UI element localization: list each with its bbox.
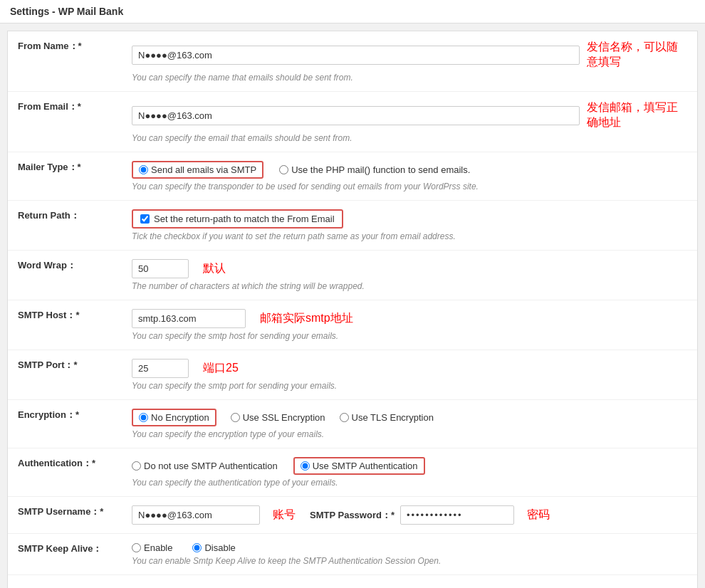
authentication-hint: You can specify the authentication type … (132, 478, 687, 488)
ka-enable-option[interactable]: Enable (132, 542, 172, 553)
encryption-hint: You can specify the encryption type of y… (132, 429, 687, 439)
smtp-keepalive-field: Enable Disable You can enable Smtp Keep … (122, 534, 697, 575)
settings-container: From Name：* N●●●●@163.com 发信名称，可以随意填写 Yo… (7, 31, 698, 588)
return-path-checkbox[interactable] (140, 214, 150, 224)
return-path-hint: Tick the checkbox if you want to set the… (132, 231, 687, 241)
smtp-keepalive-label: SMTP Keep Alive： (8, 534, 122, 575)
mailer-smtp-label: Send all emails via SMTP (151, 164, 256, 175)
auth-no-option[interactable]: Do not use SMTP Authentication (132, 461, 278, 471)
word-wrap-hint: The number of characters at which the st… (132, 281, 687, 291)
ka-enable-label: Enable (144, 542, 172, 553)
enc-ssl-option[interactable]: Use SSL Encryption (231, 412, 325, 423)
ka-disable-option[interactable]: Disable (192, 542, 235, 553)
smtp-port-field: 端口25 You can specify the smtp port for s… (122, 350, 697, 400)
return-path-field: Set the return-path to match the From Em… (122, 201, 697, 251)
smtp-port-hint: You can specify the smtp port for sendin… (132, 381, 687, 391)
ka-enable-radio[interactable] (132, 543, 141, 552)
from-email-hint: You can specify the email that emails sh… (132, 133, 687, 143)
word-wrap-field: 默认 The number of characters at which the… (122, 251, 697, 300)
word-wrap-input[interactable] (132, 259, 189, 278)
from-name-field: N●●●●@163.com 发信名称，可以随意填写 You can specif… (122, 31, 697, 92)
encryption-label: Encryption：* (8, 400, 122, 448)
return-path-checkbox-label: Set the return-path to match the From Em… (154, 214, 335, 224)
return-path-option[interactable]: Set the return-path to match the From Em… (132, 209, 343, 229)
enc-none-label: No Encryption (151, 412, 209, 423)
mailer-php-radio[interactable] (279, 165, 288, 174)
mailer-smtp-radio[interactable] (139, 165, 148, 174)
encryption-field: No Encryption Use SSL Encryption Use TLS… (122, 400, 697, 448)
from-email-field: N●●●●@163.com 发信邮箱，填写正确地址 You can specif… (122, 92, 697, 152)
page-title: Settings - WP Mail Bank (10, 6, 123, 17)
smtp-password-input[interactable] (400, 505, 514, 525)
enc-ssl-label: Use SSL Encryption (243, 412, 325, 423)
authentication-field: Do not use SMTP Authentication Use SMTP … (122, 448, 697, 497)
enc-tls-label: Use TLS Encryption (352, 412, 434, 423)
smtp-host-field: 邮箱实际smtp地址 You can specify the smtp host… (122, 300, 697, 350)
smtp-username-input[interactable] (132, 505, 260, 525)
from-email-input[interactable]: N●●●●@163.com (132, 106, 580, 125)
smtp-host-annotation: 邮箱实际smtp地址 (260, 311, 353, 326)
auth-no-label: Do not use SMTP Authentication (144, 461, 278, 471)
enc-none-radio[interactable] (139, 413, 148, 422)
smtp-password-inline-label: SMTP Password：* (310, 509, 395, 522)
from-email-label: From Email：* (8, 92, 122, 152)
page-title-bar: Settings - WP Mail Bank (0, 0, 705, 23)
save-row: Save Changes ← 保存 (122, 575, 697, 589)
from-email-annotation: 发信邮箱，填写正确地址 (587, 100, 687, 130)
enc-ssl-radio[interactable] (231, 413, 240, 422)
enc-none-option[interactable]: No Encryption (132, 409, 216, 426)
from-name-label: From Name：* (8, 31, 122, 92)
smtp-username-password-field: 账号 SMTP Password：* 密码 (122, 497, 697, 534)
smtp-port-input[interactable] (132, 359, 189, 378)
auth-yes-radio[interactable] (301, 461, 310, 471)
smtp-port-label: SMTP Port：* (8, 350, 122, 400)
mailer-type-label: Mailer Type：* (8, 152, 122, 201)
from-name-hint: You can specify the name that emails sho… (132, 73, 687, 83)
smtp-username-label: SMTP Username：* (8, 497, 122, 534)
from-name-annotation: 发信名称，可以随意填写 (587, 40, 687, 70)
smtp-host-label: SMTP Host：* (8, 300, 122, 350)
smtp-keepalive-hint: You can enable Smtp Keep Alive to keep t… (132, 556, 687, 566)
word-wrap-label: Word Wrap： (8, 251, 122, 300)
mailer-php-option[interactable]: Use the PHP mail() function to send emai… (279, 164, 470, 175)
ka-disable-label: Disable (204, 542, 235, 553)
mailer-type-hint: You can specify the transponder to be us… (132, 182, 687, 191)
from-name-input[interactable]: N●●●●@163.com (132, 46, 580, 65)
return-path-label: Return Path： (8, 201, 122, 251)
mailer-php-label: Use the PHP mail() function to send emai… (291, 164, 470, 175)
word-wrap-annotation: 默认 (203, 261, 226, 276)
smtp-username-annotation: 账号 (273, 508, 296, 523)
smtp-port-annotation: 端口25 (203, 361, 239, 376)
smtp-password-annotation: 密码 (527, 508, 550, 523)
enc-tls-radio[interactable] (340, 413, 349, 422)
smtp-host-input[interactable] (132, 309, 246, 328)
ka-disable-radio[interactable] (192, 543, 202, 552)
mailer-type-field: Send all emails via SMTP Use the PHP mai… (122, 152, 697, 201)
mailer-smtp-option[interactable]: Send all emails via SMTP (132, 161, 263, 179)
auth-no-radio[interactable] (132, 461, 141, 471)
auth-yes-option[interactable]: Use SMTP Authentication (293, 457, 425, 475)
authentication-label: Authentication：* (8, 448, 122, 497)
auth-yes-label: Use SMTP Authentication (313, 461, 418, 471)
enc-tls-option[interactable]: Use TLS Encryption (340, 412, 434, 423)
smtp-host-hint: You can specify the smtp host for sendin… (132, 331, 687, 341)
